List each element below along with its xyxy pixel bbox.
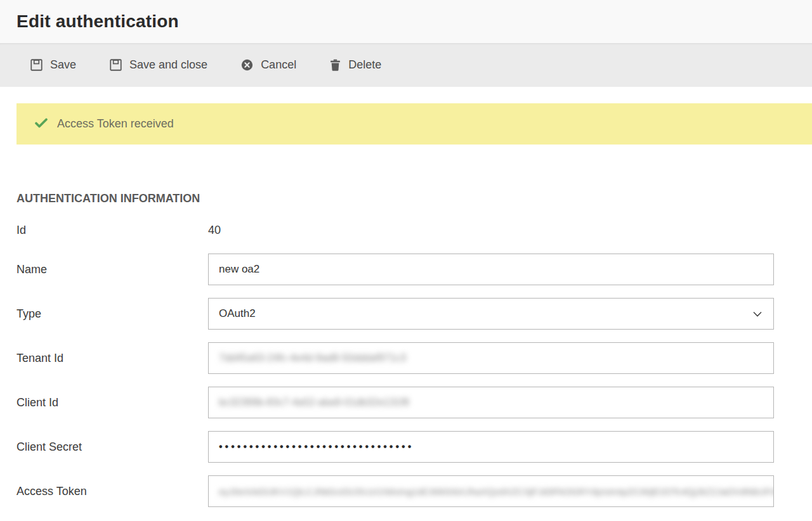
name-input[interactable] <box>208 254 774 285</box>
field-row-type: Type OAuth2 <box>16 298 812 330</box>
name-label: Name <box>16 263 208 276</box>
edit-authentication-form: AUTHENTICATION INFORMATION Id 40 Name Ty… <box>0 145 812 507</box>
client-id-redacted-value: bc32399b-83c7-4a52-aba9-01db32e131f8 <box>219 397 409 408</box>
field-row-client-id: Client Id bc32399b-83c7-4a52-aba9-01db32… <box>16 387 812 418</box>
save-icon <box>30 59 43 71</box>
toolbar: Save Save and close Cancel Delet <box>0 43 812 87</box>
client-id-label: Client Id <box>16 396 208 409</box>
tenant-id-label: Tenant Id <box>16 352 208 365</box>
tenant-id-redacted-value: 7dd45a63-24fc-4e4d-9ad8-50dddaf971c3 <box>219 352 406 364</box>
cancel-button-label: Cancel <box>261 58 296 72</box>
page-title: Edit authentication <box>16 11 179 32</box>
client-secret-masked-value: •••••••••••••••••••••••••••••••• <box>219 441 414 453</box>
delete-icon <box>330 59 341 71</box>
delete-button[interactable]: Delete <box>330 58 381 72</box>
save-button-label: Save <box>50 58 76 72</box>
cancel-button[interactable]: Cancel <box>241 58 296 72</box>
delete-button-label: Delete <box>348 58 381 72</box>
checkmark-icon <box>35 118 48 131</box>
save-icon <box>110 59 122 71</box>
cancel-icon <box>241 59 253 71</box>
id-value: 40 <box>208 224 774 237</box>
type-label: Type <box>16 307 208 321</box>
access-token-input[interactable]: eyJ0eXAiOiJKV1QiLCJhbGciOiJSUzI1NiIsIng1… <box>208 475 774 507</box>
access-token-label: Access Token <box>16 485 208 498</box>
id-label: Id <box>16 224 208 237</box>
page-header: Edit authentication <box>0 0 812 43</box>
type-select[interactable]: OAuth2 <box>208 298 774 330</box>
save-and-close-button-label: Save and close <box>129 58 207 72</box>
client-secret-label: Client Secret <box>16 441 208 454</box>
access-token-redacted-value: eyJ0eXAiOiJKV1QiLCJhbGciOiJSUzI1NiIsIng1… <box>219 486 774 497</box>
save-and-close-button[interactable]: Save and close <box>110 58 207 72</box>
field-row-access-token: Access Token eyJ0eXAiOiJKV1QiLCJhbGciOiJ… <box>16 475 812 507</box>
field-row-client-secret: Client Secret ••••••••••••••••••••••••••… <box>16 431 812 463</box>
save-button[interactable]: Save <box>30 58 76 72</box>
field-row-tenant-id: Tenant Id 7dd45a63-24fc-4e4d-9ad8-50ddda… <box>16 342 812 374</box>
type-selected-value: OAuth2 <box>219 307 256 320</box>
field-row-name: Name <box>16 254 812 285</box>
client-secret-input[interactable]: •••••••••••••••••••••••••••••••• <box>208 431 774 463</box>
client-id-input[interactable]: bc32399b-83c7-4a52-aba9-01db32e131f8 <box>208 387 774 418</box>
section-title: AUTHENTICATION INFORMATION <box>16 192 812 205</box>
tenant-id-input[interactable]: 7dd45a63-24fc-4e4d-9ad8-50dddaf971c3 <box>208 342 774 374</box>
field-row-id: Id 40 <box>16 221 812 240</box>
chevron-down-icon <box>753 307 762 320</box>
success-banner: Access Token received <box>16 103 812 145</box>
banner-message: Access Token received <box>57 117 174 131</box>
